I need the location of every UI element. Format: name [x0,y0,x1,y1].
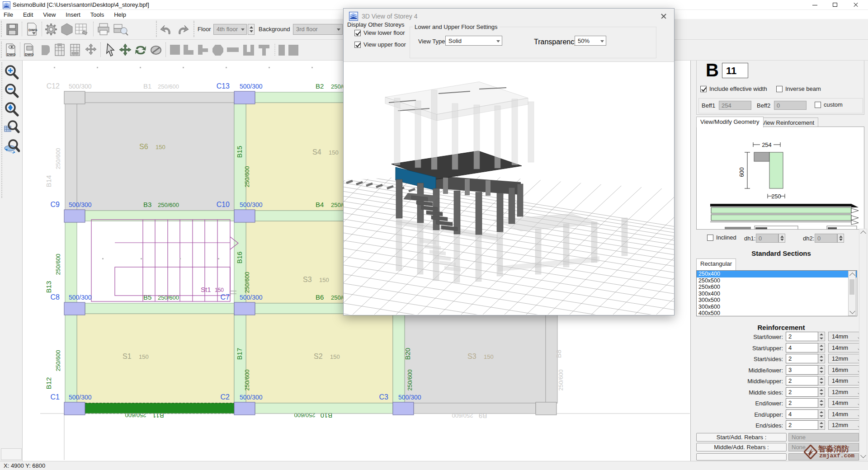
section-item-300x600[interactable]: 300x600 [697,304,857,310]
rebar-count-spinner[interactable] [818,376,825,385]
floor-select[interactable]: 4th floor [213,24,247,35]
close-button[interactable] [848,0,863,10]
delete-tool-icon[interactable] [149,43,163,57]
rebar-count-spinner[interactable] [818,398,825,408]
rebar-count-spinner[interactable] [818,387,825,397]
rebar-count-spinner[interactable] [818,365,825,375]
menu-item-tools[interactable]: Tools [90,11,104,18]
dh1-field[interactable]: 0 [756,234,778,243]
beam-B11[interactable]: B11250/600 [85,403,234,419]
rebar-count-input[interactable]: 2 [786,354,818,363]
slab-S2[interactable]: S2150 [246,314,393,403]
section-item-250x500[interactable]: 250x500 [697,277,857,284]
grid-tool-icon[interactable] [53,43,67,57]
zoom-window-icon[interactable] [4,120,20,136]
dialog-close-icon[interactable] [660,12,668,20]
view-upper-floor-checkbox[interactable]: View upper floor [354,41,406,48]
inverse-beam-checkbox[interactable]: Inverse beam [776,85,821,92]
zoom-extents-icon[interactable] [4,101,20,118]
section-shape-icons[interactable] [170,44,351,56]
section-item-300x400[interactable]: 300x400 [697,291,857,297]
slab-S3[interactable]: S3150 [405,314,546,403]
tab-view-reinforcement[interactable]: View Reinforcement [758,118,818,127]
import-dwg-icon[interactable]: DWG [25,22,39,37]
blob-tool-icon[interactable] [39,44,52,56]
grid-edit-icon[interactable] [75,23,89,36]
middle-add-rebars-button[interactable]: Middle/Add. Rebars : [696,443,787,451]
column[interactable] [536,402,557,415]
sections-scrollbar[interactable] [848,271,856,316]
floor-spinner[interactable] [248,24,255,35]
rebar-count-input[interactable]: 2 [786,376,818,385]
slab-S1[interactable]: S1150 [77,314,234,403]
rebar-count-input[interactable]: 3 [786,365,818,375]
stair-St1[interactable]: St1150 [91,220,238,301]
section-item-250x400[interactable]: 250x400 [697,271,857,277]
grid-move-icon[interactable] [84,43,98,57]
panel-scrollbar[interactable] [859,229,867,460]
rebar-count-input[interactable]: 2 [786,387,818,397]
minimize-button[interactable] [807,0,823,10]
include-effective-width-checkbox[interactable]: Include effective width [700,85,767,92]
dwg-insert-icon[interactable]: DWG [23,43,36,57]
beff2-field[interactable]: 0 [774,101,807,110]
menu-item-help[interactable]: Help [114,11,126,18]
move-tool-icon[interactable] [118,43,132,57]
rotate-tool-icon[interactable] [134,43,147,57]
rebar-count-input[interactable]: 2 [786,398,818,408]
grid-tool2-icon[interactable] [69,43,82,57]
view-lower-floor-checkbox[interactable]: View lower floor [354,29,405,36]
column-C12[interactable]: C12500/300 [47,82,92,104]
menu-item-insert[interactable]: Insert [66,11,80,18]
rebar-count-input[interactable]: 4 [786,409,818,419]
rebar-count-spinner[interactable] [818,420,825,430]
custom-checkbox[interactable]: custom [815,101,843,108]
solid-view-icon[interactable] [60,23,74,36]
save-icon[interactable] [5,23,19,36]
beam-B10[interactable]: B10250/600 [255,403,393,419]
dh2-spinner[interactable] [837,234,844,243]
beff1-field[interactable]: 254 [719,101,751,110]
sections-list[interactable]: 250x400250x500250x600300x400300x500300x6… [696,270,857,316]
rebar-count-input[interactable]: 2 [786,420,818,430]
dwg-view-icon[interactable]: DWG [5,43,18,57]
start-add-rebars-button[interactable]: Start/Add. Rebars : [696,433,787,442]
beam-B9[interactable]: B9250/600 [414,403,536,420]
beam-B14[interactable]: B14250/600 [45,103,77,211]
settings-gear-icon[interactable] [44,23,58,36]
inclined-checkbox[interactable]: Inclined [707,234,736,241]
viewport-3d[interactable] [344,61,674,315]
section-item-250x600[interactable]: 250x600 [697,284,857,291]
dh1-spinner[interactable] [778,234,785,243]
view-3d-icon[interactable] [4,138,20,155]
undo-icon[interactable] [159,23,174,36]
transparency-select[interactable]: 50% [575,36,606,46]
background-select[interactable]: 3rd floor [293,24,343,35]
slab-S6[interactable]: S6150 [77,103,234,211]
beam-number-input[interactable]: 11 [722,63,748,78]
rebar-count-input[interactable]: 4 [786,343,818,352]
end-add-rebars-button-clipped[interactable] [696,453,787,461]
tab-view-modify-geometry[interactable]: View/Modify Geometry [696,117,764,127]
tab-rectangular[interactable]: Rectangular [696,258,736,270]
print-icon[interactable] [97,23,111,36]
beam-B1[interactable]: B1250/600 [85,82,234,103]
rebar-count-input[interactable]: 2 [786,332,818,341]
beam-B8[interactable]: B8250/600 [546,314,564,403]
menu-item-edit[interactable]: Edit [23,11,33,18]
zoom-in-icon[interactable] [4,64,20,80]
print-preview-icon[interactable] [113,23,128,36]
panel-divider[interactable] [690,61,694,461]
rebar-count-spinner[interactable] [818,409,825,419]
maximize-button[interactable] [828,0,843,10]
dh2-field[interactable]: 0 [815,234,837,243]
menu-item-view[interactable]: View [43,11,56,18]
view-type-select[interactable]: Solid [445,36,502,46]
menu-item-file[interactable]: File [4,11,13,18]
section-item-400x500[interactable]: 400x500 [697,310,857,316]
beam-B13[interactable]: B13250/600 [45,221,77,303]
beam-B5[interactable]: B5250/600 [85,293,234,314]
rebar-count-spinner[interactable] [818,332,825,341]
zoom-out-icon[interactable] [4,83,20,99]
rebar-count-spinner[interactable] [818,354,825,363]
